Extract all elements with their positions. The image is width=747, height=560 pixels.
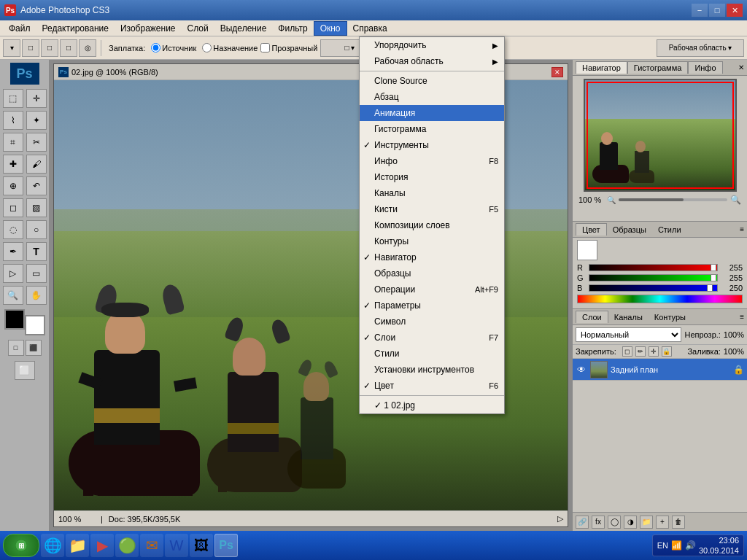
color-spectrum-bar[interactable] (577, 295, 743, 303)
tool-slice[interactable]: ✂ (26, 133, 47, 152)
menu-help[interactable]: Справка (347, 22, 393, 35)
tool-option-1[interactable]: □ (22, 39, 39, 57)
lock-paint-btn[interactable]: ✏ (635, 346, 646, 357)
menu-paragraph[interactable]: Абзац (360, 89, 504, 105)
menu-channels[interactable]: Каналы (360, 185, 504, 201)
taskbar-word-icon[interactable]: W (165, 534, 188, 557)
layer-group-btn[interactable]: 📁 (640, 516, 653, 529)
screen-mode-btn[interactable]: ⬜ (15, 361, 35, 380)
layer-delete-btn[interactable]: 🗑 (672, 516, 685, 529)
layer-new-btn[interactable]: + (656, 516, 669, 529)
lock-transparency-btn[interactable]: ◻ (622, 346, 632, 357)
menu-clone-source[interactable]: Clone Source (360, 73, 504, 89)
channel-g-slider[interactable] (589, 274, 718, 281)
tool-gradient[interactable]: ▨ (26, 198, 47, 217)
menu-styles-item[interactable]: Стили (360, 346, 504, 362)
tool-lasso[interactable]: ⌇ (3, 111, 23, 130)
tool-crop[interactable]: ⌗ (3, 133, 23, 152)
tool-text[interactable]: T (26, 242, 47, 261)
mode-standard[interactable]: □ (8, 340, 24, 356)
radio-dest[interactable]: Назначение (202, 43, 258, 52)
taskbar-folder-icon[interactable]: 📁 (66, 534, 89, 557)
tab-styles[interactable]: Стили (652, 224, 687, 236)
taskbar-media-icon[interactable]: ▶ (90, 534, 114, 557)
menu-workspace[interactable]: Рабочая область ▶ (360, 53, 504, 69)
menu-histogram[interactable]: Гистограмма (360, 121, 504, 137)
lock-move-btn[interactable]: ✛ (649, 346, 659, 357)
tab-color[interactable]: Цвет (576, 223, 607, 236)
tab-histogram[interactable]: Гистограмма (627, 61, 689, 74)
lock-all-btn[interactable]: 🔒 (662, 346, 672, 357)
tool-brush[interactable]: 🖌 (26, 155, 47, 174)
close-button[interactable]: ✕ (727, 4, 743, 17)
tool-hand[interactable]: ✋ (26, 286, 47, 305)
tool-move[interactable]: ✛ (26, 89, 47, 108)
menu-edit[interactable]: Редактирование (36, 22, 115, 35)
menu-layer-comps[interactable]: Композиции слоев (360, 217, 504, 233)
tool-option-2[interactable]: □ (41, 39, 58, 57)
menu-arrange[interactable]: Упорядочить ▶ (360, 37, 504, 53)
menu-tool-presets[interactable]: Установки инструментов (360, 362, 504, 378)
taskbar-ps-icon[interactable]: Ps (214, 534, 238, 557)
tool-eraser[interactable]: ◻ (3, 198, 23, 217)
tool-marquee[interactable]: ⬚ (3, 89, 23, 108)
menu-layer[interactable]: Слой (182, 22, 214, 35)
tab-layers[interactable]: Слои (576, 311, 608, 323)
taskbar-image-icon[interactable]: 🖼 (190, 534, 213, 557)
tab-info[interactable]: Инфо (688, 61, 722, 74)
color-fg-swatch[interactable] (577, 240, 597, 260)
tool-zoom[interactable]: 🔍 (3, 286, 23, 305)
tool-stamp[interactable]: ⊕ (3, 176, 23, 195)
menu-animation[interactable]: Анимация (360, 105, 504, 121)
tool-history[interactable]: ↶ (26, 176, 47, 195)
taskbar-mail-icon[interactable]: ✉ (140, 534, 163, 557)
menu-paths[interactable]: Контуры (360, 233, 504, 249)
menu-filter[interactable]: Фильтр (272, 22, 313, 35)
menu-color-item[interactable]: ✓ Цвет F6 (360, 378, 504, 394)
tab-navigator[interactable]: Навигатор (576, 61, 627, 74)
channel-r-slider[interactable] (589, 264, 718, 271)
layers-menu-btn[interactable]: ≡ (740, 313, 744, 321)
tab-samples[interactable]: Образцы (607, 224, 652, 236)
layer-item-background[interactable]: 👁 Задний план 🔒 (573, 359, 747, 381)
menu-window[interactable]: Окно (314, 21, 347, 36)
menu-tools[interactable]: ✓ Инструменты (360, 137, 504, 153)
tool-blur[interactable]: ◌ (3, 220, 23, 239)
radio-source[interactable]: Источник (151, 43, 196, 52)
menu-character[interactable]: Символ (360, 314, 504, 330)
menu-open-doc[interactable]: ✓ 1 02.jpg (360, 397, 504, 413)
layer-adjustment-btn[interactable]: ◑ (624, 516, 637, 529)
restore-button[interactable]: □ (709, 4, 725, 17)
layer-link-btn[interactable]: 🔗 (576, 516, 589, 529)
transparent-checkbox[interactable]: Прозрачный (260, 43, 317, 52)
layer-fx-btn[interactable]: fx (592, 516, 605, 529)
foreground-color[interactable] (4, 309, 25, 330)
menu-image[interactable]: Изображение (115, 22, 182, 35)
tool-wand[interactable]: ✦ (26, 111, 47, 130)
layer-visibility-toggle[interactable]: 👁 (576, 364, 587, 376)
navigator-close[interactable]: ✕ (738, 63, 744, 71)
menu-actions[interactable]: Операции Alt+F9 (360, 281, 504, 298)
tab-channels[interactable]: Каналы (608, 311, 649, 323)
menu-options[interactable]: ✓ Параметры (360, 298, 504, 314)
menu-navigator-item[interactable]: ✓ Навигатор (360, 249, 504, 265)
canvas-close-button[interactable]: ✕ (551, 67, 563, 77)
tab-paths[interactable]: Контуры (649, 311, 692, 323)
menu-info[interactable]: Инфо F8 (360, 153, 504, 169)
background-color[interactable] (25, 315, 45, 335)
menu-swatches[interactable]: Образцы (360, 265, 504, 281)
tool-dodge[interactable]: ○ (26, 220, 47, 239)
blend-mode-select[interactable]: Нормальный (576, 327, 681, 342)
tool-heal[interactable]: ✚ (3, 155, 23, 174)
menu-brushes[interactable]: Кисти F5 (360, 201, 504, 217)
menu-select[interactable]: Выделение (214, 22, 273, 35)
color-menu-btn[interactable]: ≡ (740, 225, 744, 233)
taskbar-chrome-icon[interactable]: 🟢 (115, 534, 139, 557)
minimize-button[interactable]: − (692, 4, 708, 17)
tool-preset-btn[interactable]: ▾ (3, 39, 20, 57)
tool-option-4[interactable]: ◎ (79, 39, 96, 57)
nav-zoom-slider[interactable] (619, 198, 727, 201)
taskbar-ie-icon[interactable]: 🌐 (41, 534, 64, 557)
menu-layers-item[interactable]: ✓ Слои F7 (360, 330, 504, 346)
tool-option-3[interactable]: □ (60, 39, 77, 57)
